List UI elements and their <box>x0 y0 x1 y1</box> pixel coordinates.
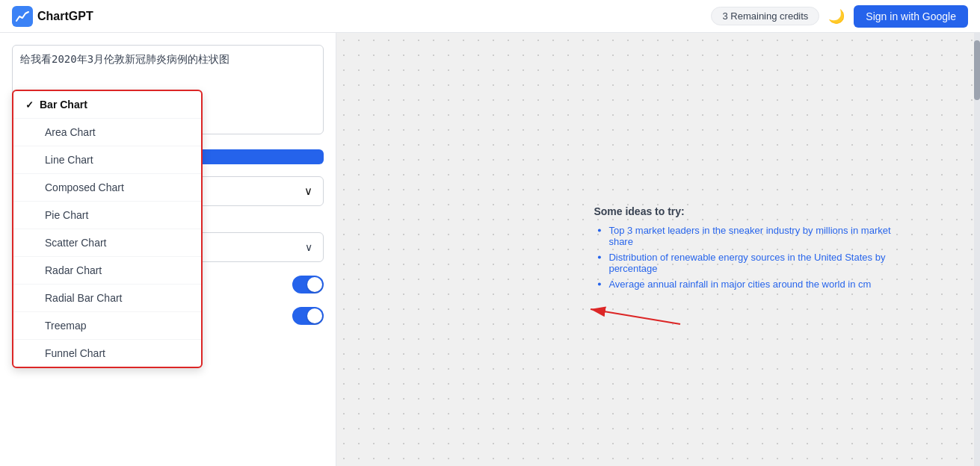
dropdown-item-label: Bar Chart <box>40 99 87 111</box>
color-chevron-icon: ∨ <box>305 241 312 253</box>
logo-icon <box>12 6 33 27</box>
right-scrollbar[interactable] <box>974 33 980 466</box>
dropdown-item-label: Composed Chart <box>45 181 124 193</box>
dropdown-item-treemap[interactable]: Treemap <box>13 312 201 339</box>
ideas-list: Top 3 market leaders in the sneaker indu… <box>594 225 916 290</box>
show-legend-toggle[interactable] <box>292 307 324 325</box>
header: ChartGPT 3 Remaining credits 🌙 Sign in w… <box>0 0 980 33</box>
dropdown-item-pie-chart[interactable]: Pie Chart <box>13 202 201 229</box>
dropdown-item-label: Radial Bar Chart <box>45 292 123 304</box>
credits-badge: 3 Remaining credits <box>711 7 819 25</box>
scrollbar-thumb <box>974 40 980 100</box>
logo-text: ChartGPT <box>37 10 93 23</box>
moon-icon[interactable]: 🌙 <box>828 8 845 25</box>
dropdown-item-line-chart[interactable]: Line Chart <box>13 146 201 173</box>
dropdown-item-area-chart[interactable]: Area Chart <box>13 119 201 146</box>
dropdown-item-scatter-chart[interactable]: Scatter Chart <box>13 229 201 256</box>
show-title-toggle[interactable] <box>292 276 324 293</box>
logo: ChartGPT <box>12 6 93 27</box>
right-panel: Some ideas to try: Top 3 market leaders … <box>336 33 980 466</box>
dropdown-item-bar-chart[interactable]: ✓Bar Chart <box>13 91 201 118</box>
idea-item[interactable]: Top 3 market leaders in the sneaker indu… <box>608 225 916 247</box>
check-icon: ✓ <box>25 99 34 111</box>
dropdown-item-funnel-chart[interactable]: Funnel Chart <box>13 340 201 367</box>
main-layout: 给我看2020年3月伦敦新冠肺炎病例的柱状图 Bar Chart ∨ Color… <box>0 33 980 466</box>
dropdown-item-radial-bar-chart[interactable]: Radial Bar Chart <box>13 285 201 311</box>
ideas-title: Some ideas to try: <box>594 205 916 217</box>
dropdown-item-label: Treemap <box>45 320 87 332</box>
dropdown-item-label: Scatter Chart <box>45 237 106 249</box>
idea-item[interactable]: Average annual rainfall in major cities … <box>608 279 916 290</box>
dropdown-item-label: Radar Chart <box>45 264 102 276</box>
dropdown-item-label: Line Chart <box>45 154 93 166</box>
chart-type-dropdown-menu: ✓Bar ChartArea ChartLine ChartComposed C… <box>12 90 203 368</box>
left-panel: 给我看2020年3月伦敦新冠肺炎病例的柱状图 Bar Chart ∨ Color… <box>0 33 336 466</box>
dropdown-item-composed-chart[interactable]: Composed Chart <box>13 174 201 201</box>
header-right: 3 Remaining credits 🌙 Sign in with Googl… <box>711 5 968 28</box>
show-title-toggle-knob <box>307 277 322 292</box>
sign-in-button[interactable]: Sign in with Google <box>854 5 968 28</box>
dropdown-item-radar-chart[interactable]: Radar Chart <box>13 257 201 284</box>
ideas-section: Some ideas to try: Top 3 market leaders … <box>594 205 916 294</box>
dropdown-item-label: Pie Chart <box>45 209 88 221</box>
svg-line-2 <box>591 309 680 324</box>
svg-rect-0 <box>12 6 33 27</box>
idea-item[interactable]: Distribution of renewable energy sources… <box>608 252 916 274</box>
chevron-down-icon: ∨ <box>304 184 312 198</box>
dropdown-item-label: Funnel Chart <box>45 347 105 359</box>
show-legend-toggle-knob <box>307 308 322 323</box>
dropdown-item-label: Area Chart <box>45 126 96 138</box>
